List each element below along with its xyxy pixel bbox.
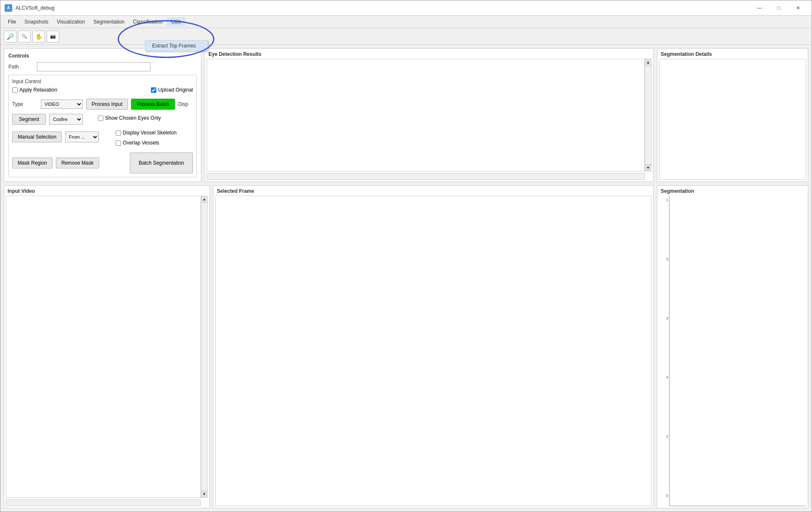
display-label: Disp bbox=[178, 101, 188, 107]
vscroll-up-arrow[interactable]: ▲ bbox=[645, 59, 651, 66]
path-input[interactable] bbox=[37, 62, 150, 71]
chart-area bbox=[669, 196, 806, 506]
menu-snapshots[interactable]: Snapshots bbox=[20, 17, 53, 26]
vessel-options: Display Vessel Skeleton Overlap Vessels bbox=[116, 130, 177, 148]
maximize-button[interactable]: □ bbox=[770, 2, 788, 14]
title-bar: A ALCVSoft_debug — □ ✕ bbox=[0, 0, 812, 16]
y-label-3: 3 bbox=[666, 316, 668, 320]
ivideo-vscroll-down[interactable]: ▼ bbox=[201, 491, 207, 497]
vscroll-down-arrow[interactable]: ▼ bbox=[645, 164, 651, 171]
input-control-box: Input Control Apply Relaxation Upload Or… bbox=[8, 75, 197, 177]
process-input-button[interactable]: Process Input bbox=[86, 99, 128, 110]
segmentation-details-title: Segmentation Details bbox=[657, 49, 808, 59]
upload-original-label: Upload Original bbox=[158, 87, 193, 93]
apply-relaxation-row: Apply Relaxation bbox=[12, 87, 57, 93]
zoom-out-button[interactable]: 🔍 bbox=[18, 31, 31, 42]
input-control-label: Input Control bbox=[12, 79, 193, 84]
manual-selection-row: Manual Selection From ... bbox=[12, 130, 99, 144]
display-vessel-checkbox[interactable] bbox=[116, 130, 121, 136]
segmentation-panel: Segmentation 1 3 3 4 2 0 bbox=[657, 185, 808, 508]
type-row: Type VIDEO IMAGE SEQUENCE Process Input … bbox=[12, 99, 193, 110]
segment-row: Segment Cosfire Show Chosen Eyes Only bbox=[12, 114, 193, 125]
y-label-1: 1 bbox=[666, 198, 668, 202]
segmentation-chart-title: Segmentation bbox=[657, 186, 808, 196]
remove-mask-button[interactable]: Remove Mask bbox=[56, 158, 99, 168]
mask-region-button[interactable]: Mask Region bbox=[12, 158, 53, 168]
path-row: Path bbox=[8, 62, 197, 71]
input-video-title: Input Video bbox=[4, 186, 209, 196]
eye-detection-hscroll[interactable] bbox=[207, 173, 645, 180]
eye-detection-title: Eye Detection Results bbox=[205, 49, 653, 59]
main-window: A ALCVSoft_debug — □ ✕ File Snapshots Vi… bbox=[0, 0, 812, 512]
menu-visualization[interactable]: Visualization bbox=[53, 17, 89, 26]
display-vessel-label: Display Vessel Skeleton bbox=[123, 130, 177, 136]
show-chosen-eyes-row: Show Chosen Eyes Only bbox=[98, 115, 161, 121]
upload-original-row: Upload Original bbox=[151, 87, 193, 93]
input-video-vscroll[interactable]: ▲ ▼ bbox=[201, 196, 208, 498]
type-select[interactable]: VIDEO IMAGE SEQUENCE bbox=[41, 100, 83, 109]
apply-relaxation-checkbox[interactable] bbox=[12, 87, 18, 93]
title-bar-left: A ALCVSoft_debug bbox=[5, 4, 55, 12]
bottom-row: Input Video ▲ ▼ Selected Frame Seg bbox=[4, 185, 808, 508]
menu-segmentation[interactable]: Segmentation bbox=[89, 17, 129, 26]
input-video-panel: Input Video ▲ ▼ bbox=[4, 185, 210, 508]
display-vessel-row: Display Vessel Skeleton bbox=[116, 130, 177, 136]
ivideo-vscroll-track bbox=[201, 203, 207, 491]
utils-dropdown: Extract Top Frames bbox=[145, 40, 208, 51]
toolbar: 🔎 🔍 ✋ 📷 bbox=[0, 28, 812, 45]
cosfire-select[interactable]: Cosfire bbox=[49, 114, 83, 125]
controls-title: Controls bbox=[8, 53, 197, 59]
process-batch-button[interactable]: Process Batch bbox=[131, 99, 174, 110]
controls-panel: Controls Path Input Control Apply Relaxa… bbox=[4, 48, 201, 182]
y-label-5: 2 bbox=[666, 434, 668, 438]
zoom-in-button[interactable]: 🔎 bbox=[4, 31, 16, 42]
apply-relaxation-label: Apply Relaxation bbox=[19, 87, 57, 93]
vscroll-track bbox=[645, 66, 651, 164]
ivideo-vscroll-up[interactable]: ▲ bbox=[201, 196, 207, 203]
top-row: Controls Path Input Control Apply Relaxa… bbox=[4, 48, 808, 182]
snapshot-button[interactable]: 📷 bbox=[47, 31, 59, 42]
overlap-vessels-label: Overlap Vessels bbox=[123, 140, 159, 146]
batch-segmentation-button[interactable]: Batch Segmentation bbox=[130, 152, 193, 173]
show-chosen-eyes-label: Show Chosen Eyes Only bbox=[105, 115, 161, 121]
pan-button[interactable]: ✋ bbox=[32, 31, 45, 42]
y-label-4: 4 bbox=[666, 375, 668, 379]
app-icon: A bbox=[5, 4, 12, 12]
y-label-6: 0 bbox=[666, 494, 668, 498]
extract-top-frames-item[interactable]: Extract Top Frames bbox=[145, 41, 208, 51]
input-video-hscroll[interactable] bbox=[6, 499, 201, 506]
overlap-vessels-row: Overlap Vessels bbox=[116, 140, 177, 146]
y-axis: 1 3 3 4 2 0 bbox=[659, 198, 668, 498]
menu-utils[interactable]: Utils bbox=[167, 17, 185, 26]
mask-row: Mask Region Remove Mask Batch Segmentati… bbox=[12, 152, 193, 173]
menu-file[interactable]: File bbox=[4, 17, 20, 26]
selected-frame-title: Selected Frame bbox=[214, 186, 653, 196]
segment-button[interactable]: Segment bbox=[12, 114, 46, 125]
minimize-button[interactable]: — bbox=[750, 2, 769, 14]
eye-detection-vscroll[interactable]: ▲ ▼ bbox=[645, 59, 651, 171]
upload-original-checkbox[interactable] bbox=[151, 87, 156, 93]
type-label: Type bbox=[12, 101, 37, 107]
close-button[interactable]: ✕ bbox=[789, 2, 807, 14]
window-title: ALCVSoft_debug bbox=[16, 5, 55, 11]
path-label: Path bbox=[8, 64, 34, 70]
eye-detection-panel: Eye Detection Results ▲ ▼ bbox=[205, 48, 654, 182]
main-content: Controls Path Input Control Apply Relaxa… bbox=[0, 45, 812, 512]
segmentation-details-panel: Segmentation Details bbox=[657, 48, 808, 182]
show-chosen-eyes-checkbox[interactable] bbox=[98, 116, 103, 121]
y-label-2: 3 bbox=[666, 257, 668, 261]
overlap-vessels-checkbox[interactable] bbox=[116, 140, 121, 146]
manual-selection-button[interactable]: Manual Selection bbox=[12, 131, 62, 142]
menu-bar: File Snapshots Visualization Segmentatio… bbox=[0, 16, 812, 28]
title-controls: — □ ✕ bbox=[750, 2, 807, 14]
selected-frame-panel: Selected Frame bbox=[213, 185, 654, 508]
menu-classification[interactable]: Classification bbox=[129, 17, 167, 26]
from-select[interactable]: From ... bbox=[65, 131, 99, 142]
